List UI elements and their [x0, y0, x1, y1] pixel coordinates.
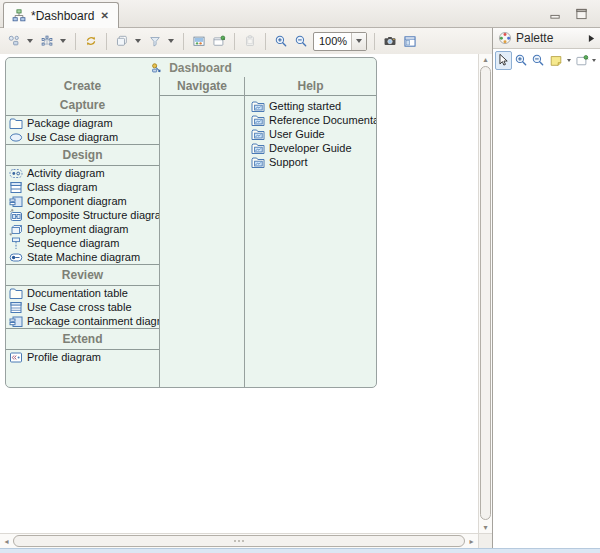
folder-icon — [9, 117, 23, 130]
arrange-selection-button-menu[interactable] — [24, 31, 35, 52]
tab-close-icon[interactable]: ✕ — [99, 10, 109, 21]
usecase-icon — [9, 131, 23, 144]
dashboard-item-documentation-table[interactable]: Documentation table — [6, 286, 159, 300]
copy-appearance-button[interactable] — [112, 31, 132, 52]
folder-icon — [9, 287, 23, 300]
toolbar-separator — [374, 33, 375, 50]
vertical-scrollbar-thumb[interactable] — [480, 66, 491, 520]
dashboard-item-state-machine-diagram[interactable]: State Machine diagram — [6, 250, 159, 264]
vertical-scrollbar[interactable]: ▴ ▾ — [478, 54, 492, 533]
scroll-down-icon[interactable]: ▾ — [479, 523, 492, 532]
dashboard-item-reference-documentation[interactable]: Reference Documentation — [245, 113, 376, 127]
palette-zoom-in-tool[interactable] — [513, 51, 530, 70]
component-icon — [9, 195, 23, 208]
note-tool[interactable] — [548, 51, 565, 70]
scroll-left-icon[interactable]: ◂ — [0, 534, 13, 548]
palette-header[interactable]: Palette — [493, 28, 600, 49]
scroll-up-icon[interactable]: ▴ — [479, 55, 492, 64]
profile-icon — [9, 351, 23, 364]
dashboard-item-use-case-cross-table[interactable]: Use Case cross table — [6, 300, 159, 314]
zoom-in-button[interactable] — [271, 31, 291, 52]
toolbar-separator — [106, 33, 107, 50]
dashboard-item-profile-diagram[interactable]: Profile diagram — [6, 350, 159, 364]
pin-note-tool-menu[interactable] — [591, 59, 598, 62]
pin-view-button[interactable] — [209, 31, 229, 52]
select-tool[interactable] — [495, 51, 512, 70]
chevron-down-icon — [168, 39, 174, 43]
toolbar-separator — [183, 33, 184, 50]
helpfolder-icon — [251, 156, 265, 169]
pin-note-tool[interactable] — [573, 51, 590, 70]
zoom-level-value[interactable]: 100% — [314, 35, 351, 47]
minimize-button[interactable] — [548, 7, 562, 20]
filter-button-menu[interactable] — [165, 31, 176, 52]
table-icon — [9, 301, 23, 314]
item-label: Reference Documentation — [269, 114, 376, 126]
copy-appearance-button-menu[interactable] — [132, 31, 143, 52]
screenshot-button[interactable] — [380, 31, 400, 52]
section-header-review: Review — [6, 265, 159, 285]
column-help-header: Help — [245, 77, 376, 95]
paste-button — [240, 31, 260, 52]
chevron-right-icon[interactable] — [588, 34, 595, 43]
create-sections: CapturePackage diagramUse Case diagramDe… — [6, 95, 159, 364]
winlayout-icon — [403, 35, 417, 48]
diagram-layout-button[interactable] — [400, 31, 420, 52]
zoomout-icon — [531, 54, 545, 67]
dashboard-item-package-containment-diagram[interactable]: Package containment diagram — [6, 314, 159, 328]
section-header-design: Design — [6, 145, 159, 165]
dashboard-item-package-diagram[interactable]: Package diagram — [6, 116, 159, 130]
layout-diagram-button-menu[interactable] — [57, 31, 68, 52]
horizontal-scrollbar-thumb[interactable] — [13, 535, 465, 547]
column-navigate-header: Navigate — [160, 77, 244, 95]
zoomin-icon — [274, 35, 288, 48]
dashboard-item-support[interactable]: Support — [245, 155, 376, 169]
zoom-out-button[interactable] — [291, 31, 311, 52]
dashboard-item-use-case-diagram[interactable]: Use Case diagram — [6, 130, 159, 144]
tab-dashboard[interactable]: *Dashboard ✕ — [3, 2, 119, 28]
note-tool-menu[interactable] — [565, 59, 572, 62]
palette-panel: Palette — [493, 28, 600, 548]
scroll-right-icon[interactable]: ▸ — [465, 534, 478, 548]
palette-zoom-out-tool[interactable] — [530, 51, 547, 70]
item-label: Class diagram — [27, 181, 97, 193]
filter-button[interactable] — [145, 31, 165, 52]
maximize-button[interactable] — [574, 7, 588, 20]
arrange-selection-button[interactable] — [4, 31, 24, 52]
item-label: Documentation table — [27, 287, 128, 299]
dashboard-item-sequence-diagram[interactable]: Sequence diagram — [6, 236, 159, 250]
dashboard-item-activity-diagram[interactable]: Activity diagram — [6, 166, 159, 180]
note-icon — [549, 54, 563, 67]
chevron-down-icon — [135, 39, 141, 43]
toolbar-separator — [234, 33, 235, 50]
dashboard-item-developer-guide[interactable]: Developer Guide — [245, 141, 376, 155]
section-header-extend: Extend — [6, 329, 159, 349]
copy-icon — [115, 35, 129, 48]
chevron-down-icon — [27, 39, 33, 43]
export-image-button[interactable] — [189, 31, 209, 52]
synchronize-button[interactable] — [81, 31, 101, 52]
dashboard-item-composite-structure-diagram[interactable]: Composite Structure diagram — [6, 208, 159, 222]
toolbar-separator — [265, 33, 266, 50]
chevron-down-icon — [567, 59, 571, 62]
statemachine-icon — [9, 251, 23, 264]
zoom-level-dropdown[interactable] — [351, 33, 366, 50]
dashboard-item-getting-started[interactable]: Getting started — [245, 99, 376, 113]
image-icon — [192, 35, 206, 48]
item-label: Package diagram — [27, 117, 113, 129]
item-label: Support — [269, 156, 308, 168]
view-controls — [548, 7, 588, 20]
zoom-level-combo[interactable]: 100% — [313, 32, 367, 51]
diagram-canvas[interactable]: Dashboard Create CapturePackage diagramU… — [0, 54, 478, 533]
dashboard-panel-title: Dashboard — [6, 58, 376, 77]
dashboard-item-deployment-diagram[interactable]: Deployment diagram — [6, 222, 159, 236]
dashboard-item-class-diagram[interactable]: Class diagram — [6, 180, 159, 194]
help-items: Getting startedReference DocumentationUs… — [245, 96, 376, 169]
horizontal-scrollbar[interactable]: ◂ ▸ — [0, 533, 478, 548]
dashboard-item-component-diagram[interactable]: Component diagram — [6, 194, 159, 208]
toolbar-separator — [75, 33, 76, 50]
layout-diagram-button[interactable] — [37, 31, 57, 52]
helpfolder-icon — [251, 128, 265, 141]
section-header-capture: Capture — [6, 95, 159, 115]
dashboard-item-user-guide[interactable]: User Guide — [245, 127, 376, 141]
